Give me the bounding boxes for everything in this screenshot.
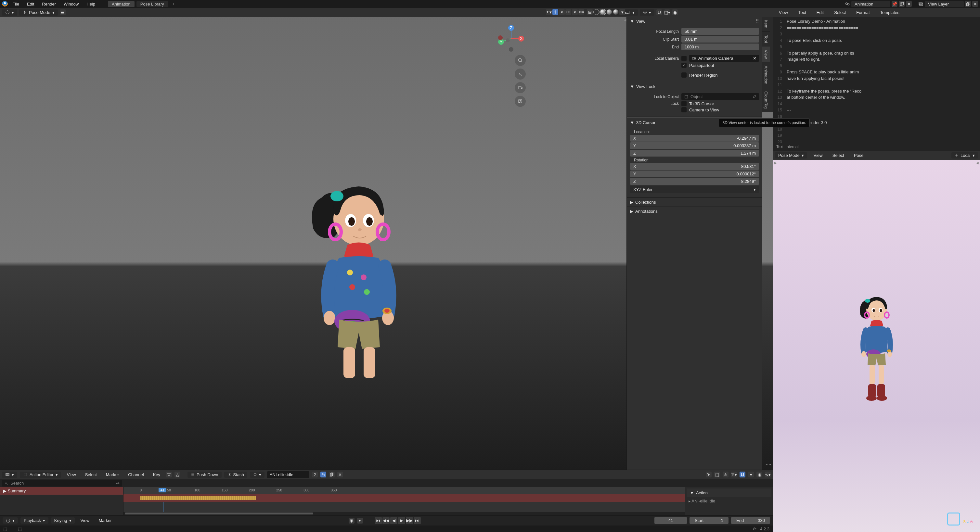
menu-help[interactable]: Help xyxy=(83,1,99,7)
clip-end-field[interactable]: 1000 m xyxy=(681,43,759,50)
next-key-icon[interactable]: ▶▶ xyxy=(406,517,413,524)
delete-viewlayer-icon[interactable]: ✕ xyxy=(972,1,978,7)
dope-menu-view[interactable]: View xyxy=(64,472,79,478)
expand-icon[interactable]: ⇔ xyxy=(116,481,119,486)
jump-start-icon[interactable]: ⏮ xyxy=(375,517,382,524)
cursor-x-field[interactable]: X-0.2947 m xyxy=(630,135,759,141)
preview-orient[interactable]: Local ▾ xyxy=(951,152,978,159)
scene-field[interactable]: Animation xyxy=(851,1,890,7)
playbar-marker[interactable]: Marker xyxy=(95,518,115,524)
cursor-y-field[interactable]: Y0.003287 m xyxy=(630,142,759,149)
lock-3dcursor-check[interactable] xyxy=(681,101,687,106)
preview-menu-view[interactable]: View xyxy=(810,152,826,159)
auto-keying-toggle[interactable]: ◉ xyxy=(348,518,355,524)
playback-popover[interactable]: Playback ▾ xyxy=(21,518,48,524)
editor-type-selector[interactable]: ▾ xyxy=(2,10,17,16)
lock-object-field[interactable]: Object xyxy=(681,93,759,100)
proportional-toggle[interactable]: ◉ xyxy=(672,10,678,15)
shading-dropdown[interactable]: ▾ xyxy=(619,9,625,15)
text-menu-format[interactable]: Format xyxy=(853,10,873,16)
workspace-add-button[interactable]: + xyxy=(170,1,177,7)
cursor-ry-field[interactable]: Y0.000012° xyxy=(630,170,759,177)
snap-toggle-dope[interactable] xyxy=(740,472,745,478)
scene-icon[interactable] xyxy=(845,1,850,6)
playhead[interactable]: 41 xyxy=(159,488,166,492)
cursor-z-field[interactable]: Z1.274 m xyxy=(630,150,759,157)
n-tab-animation[interactable]: Animation xyxy=(762,62,770,88)
stash-button[interactable]: Stash xyxy=(224,472,247,478)
toggle-quad-icon[interactable]: ⊞ xyxy=(587,9,593,15)
grip-icon[interactable]: ⠿ xyxy=(756,19,759,24)
n-tab-tool[interactable]: Tool xyxy=(762,32,770,46)
shading-material[interactable] xyxy=(606,9,612,15)
hamburger-icon[interactable]: ☰ xyxy=(60,10,66,15)
text-menu-view[interactable]: View xyxy=(776,10,791,16)
shading-solid[interactable] xyxy=(600,9,606,15)
panel-view-header[interactable]: ▼ View⠿ xyxy=(627,17,762,25)
action-panel-header[interactable]: ▼ Action xyxy=(687,489,772,497)
keying-popover[interactable]: Keying ▾ xyxy=(51,518,75,524)
new-viewlayer-icon[interactable]: 🗐 xyxy=(965,1,971,7)
text-menu-templates[interactable]: Templates xyxy=(877,10,903,16)
action-item[interactable]: ▸ ANI-ellie.idle xyxy=(687,497,772,505)
pivot-selector[interactable]: ▾ xyxy=(640,10,654,16)
menu-edit[interactable]: Edit xyxy=(24,1,37,7)
cursor-rz-field[interactable]: Z8.2849° xyxy=(630,178,759,185)
local-camera-check[interactable] xyxy=(681,56,687,61)
delete-scene-icon[interactable]: ✕ xyxy=(906,1,912,7)
rotation-mode-field[interactable]: XYZ Euler▾ xyxy=(630,186,759,193)
preview-viewport[interactable]: ▶ ◀ xyxy=(773,160,980,532)
dope-search-field[interactable]: Search ⇔ xyxy=(2,480,122,486)
select-tool-icon[interactable] xyxy=(706,472,712,478)
prev-key-icon[interactable]: ◀◀ xyxy=(382,517,390,524)
fake-user-icon[interactable] xyxy=(320,472,326,478)
workspace-tab-animation[interactable]: Animation xyxy=(108,1,135,7)
curve-dope-icon[interactable]: ∿▾ xyxy=(765,472,771,478)
zoom-icon[interactable] xyxy=(515,55,526,66)
jump-end-icon[interactable]: ⏭ xyxy=(414,517,421,524)
proportional-dope[interactable]: ◉ xyxy=(756,472,762,478)
clip-start-field[interactable]: 0.01 m xyxy=(681,36,759,43)
push-down-button[interactable]: Push Down xyxy=(188,472,221,478)
gizmo-toggle[interactable]: ▾ xyxy=(546,9,552,15)
text-menu-select[interactable]: Select xyxy=(831,10,849,16)
viewport-3d[interactable]: ▾ Pose Mode ▾ ☰ Local ▾ ▾ xyxy=(0,8,773,470)
snap-options[interactable]: ⬚▾ xyxy=(664,10,670,15)
menu-window[interactable]: Window xyxy=(60,1,82,7)
filter-icon[interactable]: ▾ xyxy=(731,472,737,478)
end-frame-field[interactable]: End330 xyxy=(731,517,770,524)
auto-keying-options[interactable]: ▾ xyxy=(357,518,363,524)
unlink-action-icon[interactable]: ✕ xyxy=(337,472,343,478)
warning-icon[interactable]: ⚠ xyxy=(723,472,729,478)
camera-view-icon[interactable] xyxy=(515,82,526,93)
local-camera-field[interactable]: Animation Camera✕ xyxy=(689,55,759,62)
gizmo-visibility[interactable] xyxy=(552,9,558,15)
box-select-icon[interactable]: ⬚ xyxy=(714,472,720,478)
playbar-view[interactable]: View xyxy=(77,518,93,524)
dope-editor-type[interactable]: ▾ xyxy=(2,472,17,478)
n-tab-view[interactable]: View xyxy=(762,46,770,62)
panel-viewlock-header[interactable]: ▼ View Lock xyxy=(627,82,762,91)
panel-collections-header[interactable]: ▶ Collections xyxy=(627,198,762,206)
dope-mode-selector[interactable]: Action Editor ▾ xyxy=(20,472,61,478)
dope-menu-channel[interactable]: Channel xyxy=(125,472,147,478)
panel-annotations-header[interactable]: ▶ Annotations xyxy=(627,207,762,216)
snap-options-dope[interactable]: ▾ xyxy=(748,472,754,478)
mode-selector[interactable]: Pose Mode ▾ xyxy=(19,10,58,16)
workspace-tab-pose-library[interactable]: Pose Library xyxy=(137,1,168,7)
cursor-rx-field[interactable]: X80.531° xyxy=(630,163,759,170)
current-frame-field[interactable]: 41 xyxy=(654,517,687,524)
n-tab-item[interactable]: Item xyxy=(762,17,770,32)
action-users[interactable]: 2 xyxy=(312,472,318,478)
menu-file[interactable]: File xyxy=(9,1,22,7)
frame-ruler[interactable]: 0 41 50 100 150 200 250 300 350 xyxy=(124,487,685,494)
timeline-editor-icon[interactable]: ▾ xyxy=(3,518,18,524)
collapse-right-icon[interactable]: ◀ xyxy=(976,161,979,165)
expand-down-icon[interactable]: ⌄⌄ xyxy=(765,461,771,467)
start-frame-field[interactable]: Start1 xyxy=(689,517,729,524)
snap-toggle[interactable] xyxy=(656,10,662,15)
focal-length-field[interactable]: 50 mm xyxy=(681,28,759,35)
collapse-panel-icon[interactable]: ◀ xyxy=(624,18,627,22)
text-menu-text[interactable]: Text xyxy=(795,10,810,16)
perspective-toggle-icon[interactable] xyxy=(515,96,526,107)
